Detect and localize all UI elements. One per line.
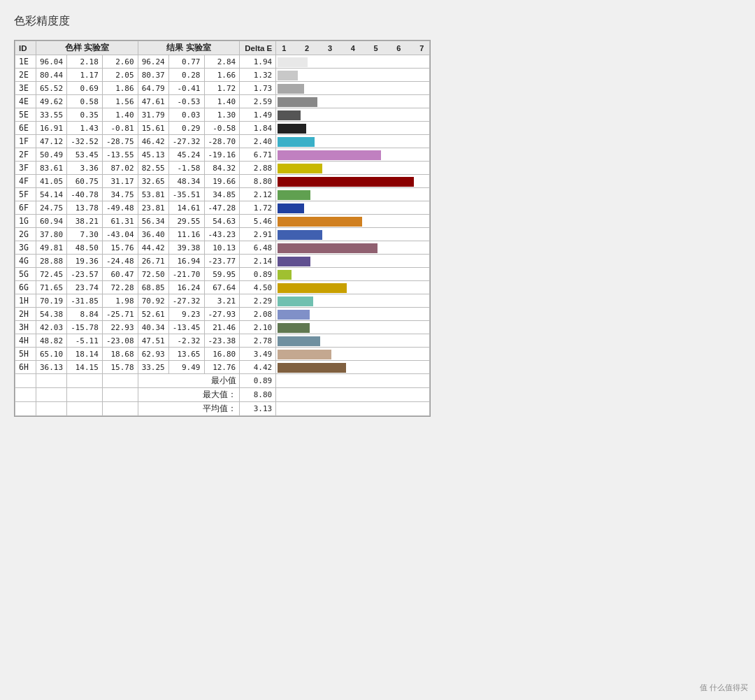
cell-a2: 11.16 — [168, 228, 204, 241]
table-row: 4G 28.88 19.36 -24.48 26.71 16.94 -23.77… — [15, 255, 430, 268]
cell-b2: 19.66 — [204, 175, 240, 188]
cell-l1: 50.49 — [36, 148, 67, 162]
cell-b2: -19.16 — [204, 148, 240, 162]
cell-a2: 45.24 — [168, 148, 204, 162]
cell-bar — [276, 241, 430, 255]
cell-b1: 61.31 — [102, 215, 138, 228]
cell-a1: -32.52 — [67, 135, 103, 148]
cell-a1: 2.18 — [67, 55, 103, 69]
cell-l2: 47.61 — [138, 95, 168, 108]
cell-l2: 68.85 — [138, 281, 168, 294]
cell-l1: 96.04 — [36, 55, 67, 69]
header-result: 结果 实验室 — [138, 41, 240, 55]
cell-a2: 9.23 — [168, 308, 204, 321]
cell-id: 6F — [15, 201, 36, 215]
cell-a1: -40.78 — [67, 188, 103, 201]
table-row: 6H 36.13 14.15 15.78 33.25 9.49 12.76 4.… — [15, 361, 430, 374]
summary-label-2: 平均值： — [138, 402, 240, 416]
cell-a2: -0.53 — [168, 95, 204, 108]
cell-l1: 83.61 — [36, 162, 67, 175]
cell-b1: 72.28 — [102, 281, 138, 294]
cell-l1: 70.19 — [36, 294, 67, 308]
table-row: 4H 48.82 -5.11 -23.08 47.51 -2.32 -23.38… — [15, 334, 430, 348]
cell-bar — [276, 122, 430, 135]
cell-a1: 0.35 — [67, 108, 103, 122]
cell-b1: 31.17 — [102, 175, 138, 188]
table-row: 6E 16.91 1.43 -0.81 15.61 0.29 -0.58 1.8… — [15, 122, 430, 135]
cell-id: 3G — [15, 241, 36, 255]
cell-delta: 1.32 — [240, 69, 276, 82]
cell-delta: 0.89 — [240, 268, 276, 281]
cell-bar — [276, 148, 430, 162]
cell-delta: 2.91 — [240, 228, 276, 241]
cell-delta: 4.42 — [240, 361, 276, 374]
cell-bar — [276, 308, 430, 321]
cell-a1: 0.58 — [67, 95, 103, 108]
cell-b1: -25.71 — [102, 308, 138, 321]
cell-l2: 44.42 — [138, 241, 168, 255]
cell-b2: -47.28 — [204, 201, 240, 215]
table-row: 6F 24.75 13.78 -49.48 23.81 14.61 -47.28… — [15, 201, 430, 215]
cell-delta: 1.73 — [240, 82, 276, 95]
cell-l1: 48.82 — [36, 334, 67, 348]
cell-l1: 28.88 — [36, 255, 67, 268]
cell-delta: 1.72 — [240, 201, 276, 215]
cell-id: 2F — [15, 148, 36, 162]
summary-value-2: 3.13 — [240, 402, 276, 416]
table-row: 5E 33.55 0.35 1.40 31.79 0.03 1.30 1.49 — [15, 108, 430, 122]
cell-b2: 67.64 — [204, 281, 240, 294]
cell-id: 1H — [15, 294, 36, 308]
cell-b2: 84.32 — [204, 162, 240, 175]
cell-a2: -1.58 — [168, 162, 204, 175]
cell-a2: -35.51 — [168, 188, 204, 201]
cell-l2: 64.79 — [138, 82, 168, 95]
cell-b1: 1.56 — [102, 95, 138, 108]
cell-a1: 8.84 — [67, 308, 103, 321]
table-row: 5G 72.45 -23.57 60.47 72.50 -21.70 59.95… — [15, 268, 430, 281]
cell-l1: 71.65 — [36, 281, 67, 294]
cell-id: 1G — [15, 215, 36, 228]
cell-delta: 6.48 — [240, 241, 276, 255]
cell-delta: 1.84 — [240, 122, 276, 135]
cell-b1: -49.48 — [102, 201, 138, 215]
cell-l2: 46.42 — [138, 135, 168, 148]
cell-b1: 15.76 — [102, 241, 138, 255]
cell-a2: 0.03 — [168, 108, 204, 122]
cell-b2: 1.40 — [204, 95, 240, 108]
cell-l2: 80.37 — [138, 69, 168, 82]
table-row: 3E 65.52 0.69 1.86 64.79 -0.41 1.72 1.73 — [15, 82, 430, 95]
cell-id: 5E — [15, 108, 36, 122]
cell-l1: 49.81 — [36, 241, 67, 255]
cell-b1: 60.47 — [102, 268, 138, 281]
cell-l2: 56.34 — [138, 215, 168, 228]
cell-l2: 26.71 — [138, 255, 168, 268]
cell-a2: 16.24 — [168, 281, 204, 294]
cell-bar — [276, 294, 430, 308]
cell-id: 5F — [15, 188, 36, 201]
cell-bar — [276, 255, 430, 268]
cell-id: 2G — [15, 228, 36, 241]
cell-id: 1F — [15, 135, 36, 148]
summary-label-0: 最小值 — [138, 374, 240, 388]
cell-delta: 2.14 — [240, 255, 276, 268]
cell-b1: 87.02 — [102, 162, 138, 175]
cell-l1: 60.94 — [36, 215, 67, 228]
cell-a2: 0.28 — [168, 69, 204, 82]
cell-id: 3F — [15, 162, 36, 175]
cell-a2: 0.77 — [168, 55, 204, 69]
cell-a1: 7.30 — [67, 228, 103, 241]
cell-b2: -27.93 — [204, 308, 240, 321]
cell-delta: 2.29 — [240, 294, 276, 308]
cell-bar — [276, 95, 430, 108]
cell-l2: 40.34 — [138, 321, 168, 334]
header-delta: Delta E — [240, 41, 276, 55]
cell-l1: 41.05 — [36, 175, 67, 188]
cell-b1: 18.68 — [102, 348, 138, 361]
cell-bar — [276, 108, 430, 122]
cell-a1: 48.50 — [67, 241, 103, 255]
cell-b1: 1.40 — [102, 108, 138, 122]
cell-b2: -23.77 — [204, 255, 240, 268]
cell-delta: 3.49 — [240, 348, 276, 361]
cell-a1: -15.78 — [67, 321, 103, 334]
cell-b1: -0.81 — [102, 122, 138, 135]
